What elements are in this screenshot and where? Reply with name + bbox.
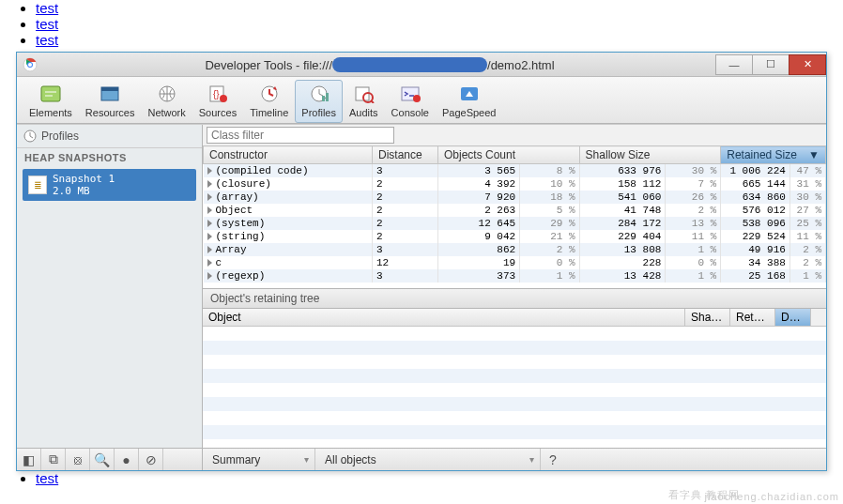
- sidebar-category: HEAP SNAPSHOTS: [17, 148, 202, 167]
- expand-icon[interactable]: [207, 206, 212, 214]
- objcount-cell: 12 645: [438, 217, 520, 230]
- objcount-pct: 2 %: [520, 243, 579, 256]
- ret-col-distance[interactable]: D…: [775, 309, 811, 326]
- table-row[interactable]: (regexp)33731 %13 4281 %25 1681 %: [204, 269, 826, 283]
- shallow-cell: 541 060: [579, 191, 666, 204]
- constructor-name: (string): [216, 231, 266, 242]
- bg-link[interactable]: test: [36, 470, 58, 486]
- retained-cell: 576 012: [721, 204, 790, 217]
- svg-point-9: [220, 95, 227, 102]
- objcount-cell: 19: [438, 256, 520, 269]
- table-row[interactable]: (array)27 92018 %541 06026 %634 86030 %: [204, 191, 826, 204]
- panel-tab-label: Network: [147, 107, 185, 118]
- profiles-main: Constructor Distance Objects Count Shall…: [203, 125, 826, 448]
- table-row[interactable]: (compiled code)33 5658 %633 97630 %1 006…: [204, 164, 826, 178]
- table-row[interactable]: Array38622 %13 8081 %49 9162 %: [204, 243, 826, 256]
- col-retained-size[interactable]: Retained Size ▼: [721, 146, 826, 164]
- retained-pct: 27 %: [789, 204, 825, 217]
- col-objects-count[interactable]: Objects Count: [438, 146, 580, 164]
- record-icon[interactable]: ●: [115, 449, 139, 470]
- sidebar-title-text: Profiles: [41, 130, 79, 143]
- objects-filter-label: All objects: [325, 453, 376, 466]
- retaining-tree-title: Object's retaining tree: [203, 289, 826, 309]
- objcount-cell: 7 920: [438, 191, 520, 204]
- shallow-pct: 7 %: [666, 177, 721, 191]
- retained-cell: 665 144: [721, 177, 790, 191]
- panel-tab-sources[interactable]: {}Sources: [192, 80, 243, 123]
- snapshot-name: Snapshot 1: [53, 173, 115, 185]
- objcount-pct: 18 %: [520, 191, 579, 204]
- help-icon[interactable]: ?: [541, 449, 565, 470]
- window-titlebar[interactable]: Developer Tools - file:////demo2.html — …: [17, 53, 826, 77]
- maximize-button[interactable]: ☐: [752, 54, 789, 75]
- sources-icon: {}: [205, 83, 231, 105]
- expand-icon[interactable]: [207, 180, 212, 188]
- profiles-icon: [306, 83, 332, 105]
- table-row[interactable]: (closure)24 39210 %158 1127 %665 14431 %: [204, 177, 826, 191]
- expand-icon[interactable]: [207, 246, 212, 253]
- svg-point-2: [28, 63, 32, 67]
- retained-cell: 1 006 224: [721, 164, 790, 178]
- retained-pct: 31 %: [789, 177, 825, 191]
- class-filter-input[interactable]: [207, 127, 394, 144]
- close-button[interactable]: ✕: [789, 54, 826, 75]
- shallow-pct: 30 %: [666, 164, 721, 178]
- heap-table-scroll[interactable]: Constructor Distance Objects Count Shall…: [203, 145, 826, 289]
- heap-table: Constructor Distance Objects Count Shall…: [203, 145, 826, 283]
- sort-desc-icon: ▼: [808, 148, 820, 161]
- minimize-button[interactable]: —: [715, 54, 753, 75]
- shallow-pct: 11 %: [666, 230, 721, 243]
- panel-tab-audits[interactable]: Audits: [343, 80, 385, 123]
- retaining-tree-header: Object Shal… Ret… D…: [203, 309, 826, 327]
- clear-icon[interactable]: ⦻: [66, 449, 90, 470]
- constructor-name: (closure): [216, 178, 271, 190]
- expand-icon[interactable]: [207, 220, 212, 227]
- view-select-label: Summary: [212, 453, 260, 466]
- panel-tab-console[interactable]: Console: [385, 80, 436, 123]
- redacted-path: [332, 57, 487, 72]
- table-row[interactable]: c12190 %2280 %34 3882 %: [204, 256, 826, 269]
- table-row[interactable]: (string)29 04221 %229 40411 %229 52411 %: [204, 230, 826, 243]
- panel-tab-network[interactable]: Network: [141, 80, 192, 123]
- bg-link[interactable]: test: [36, 32, 58, 48]
- dock-icon[interactable]: ◧: [17, 449, 41, 470]
- expand-icon[interactable]: [207, 259, 212, 267]
- col-constructor[interactable]: Constructor: [204, 146, 373, 164]
- expand-icon[interactable]: [207, 167, 212, 175]
- panel-tab-label: Timeline: [250, 107, 288, 118]
- ret-col-retained[interactable]: Ret…: [730, 309, 775, 326]
- console-toggle-icon[interactable]: ⧉: [41, 449, 66, 470]
- col-distance[interactable]: Distance: [373, 146, 438, 164]
- table-row[interactable]: Object22 2635 %41 7482 %576 01227 %: [204, 204, 826, 217]
- bg-link[interactable]: test: [36, 16, 58, 32]
- distance-cell: 12: [373, 256, 438, 269]
- stop-icon[interactable]: ⊘: [139, 449, 163, 470]
- view-select[interactable]: Summary: [203, 449, 315, 470]
- objcount-cell: 9 042: [438, 230, 520, 243]
- chrome-icon: [23, 57, 38, 72]
- ret-col-object[interactable]: Object: [203, 309, 685, 326]
- snapshot-item[interactable]: ≣ Snapshot 1 2.0 MB: [23, 169, 196, 201]
- constructor-name: c: [216, 257, 222, 268]
- panel-tab-resources[interactable]: Resources: [79, 80, 142, 123]
- panel-tab-elements[interactable]: Elements: [23, 80, 79, 123]
- console-icon: [397, 83, 423, 105]
- objects-filter-select[interactable]: All objects: [315, 449, 541, 470]
- panel-tab-profiles[interactable]: Profiles: [295, 80, 343, 123]
- panel-tab-pagespeed[interactable]: PageSpeed: [436, 80, 503, 123]
- bg-link[interactable]: test: [36, 0, 58, 16]
- col-shallow-size[interactable]: Shallow Size: [579, 146, 721, 164]
- timeline-icon: [256, 83, 283, 105]
- constructor-name: (array): [216, 191, 259, 203]
- expand-icon[interactable]: [207, 233, 212, 240]
- search-icon[interactable]: 🔍: [90, 449, 115, 470]
- table-row[interactable]: (system)212 64529 %284 17213 %538 09625 …: [204, 217, 826, 230]
- svg-text:{}: {}: [213, 89, 220, 99]
- retained-pct: 1 %: [789, 269, 825, 283]
- expand-icon[interactable]: [207, 193, 212, 201]
- expand-icon[interactable]: [207, 272, 212, 280]
- ret-col-shallow[interactable]: Shal…: [685, 309, 730, 326]
- panel-tab-timeline[interactable]: Timeline: [243, 80, 295, 123]
- retaining-tree-body[interactable]: [203, 327, 826, 448]
- distance-cell: 2: [373, 191, 438, 204]
